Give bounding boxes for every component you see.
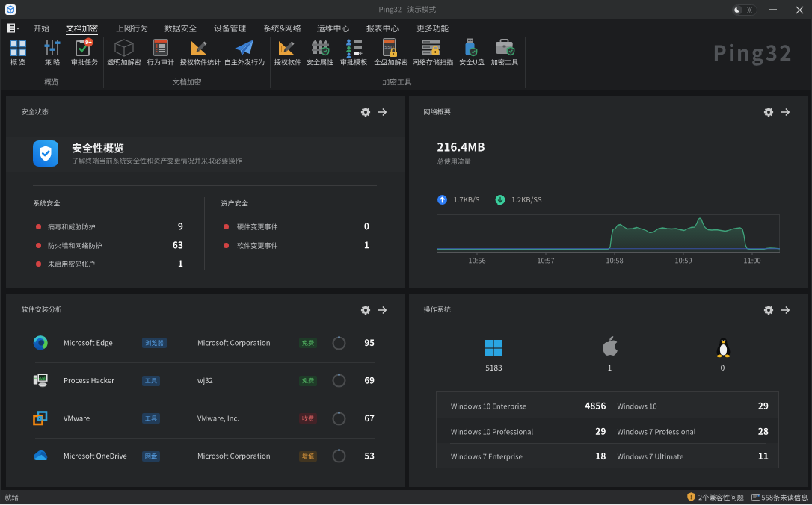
svg-text:9+: 9+ [85,39,92,46]
